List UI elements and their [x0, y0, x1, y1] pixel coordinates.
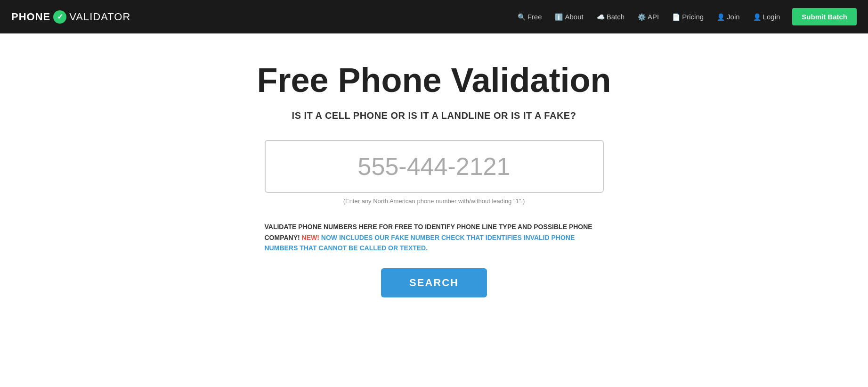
info-icon: ℹ️ [555, 13, 563, 21]
logo-check-icon: ✓ [53, 10, 66, 24]
login-user-icon: 👤 [753, 13, 761, 21]
nav-links: 🔍 Free ℹ️ About ☁️ Batch ⚙️ API 📄 Pricin… [513, 8, 857, 25]
logo: PHONE ✓ VALIDATOR [11, 10, 130, 24]
search-icon: 🔍 [518, 13, 526, 21]
nav-link-batch[interactable]: ☁️ Batch [592, 10, 629, 24]
gear-icon: ⚙️ [638, 13, 646, 21]
phone-input[interactable] [266, 141, 603, 192]
document-icon: 📄 [672, 13, 680, 21]
new-badge: NEW! [302, 234, 319, 241]
phone-input-wrapper [265, 140, 604, 193]
input-hint-text: (Enter any North American phone number w… [343, 198, 525, 205]
search-button[interactable]: SEARCH [381, 268, 487, 297]
description-block: VALIDATE PHONE NUMBERS HERE FOR FREE TO … [265, 222, 604, 253]
cloud-icon: ☁️ [597, 13, 605, 21]
nav-link-pricing[interactable]: 📄 Pricing [667, 10, 708, 24]
logo-validator-text: VALIDATOR [69, 11, 130, 23]
nav-link-free[interactable]: 🔍 Free [513, 10, 547, 24]
page-title: Free Phone Validation [257, 62, 611, 99]
join-user-icon: 👤 [717, 13, 725, 21]
nav-link-join[interactable]: 👤 Join [712, 10, 745, 24]
nav-link-login[interactable]: 👤 Login [748, 10, 785, 24]
page-subtitle: IS IT A CELL PHONE OR IS IT A LANDLINE O… [292, 110, 576, 121]
main-content: Free Phone Validation IS IT A CELL PHONE… [0, 33, 868, 387]
nav-link-api[interactable]: ⚙️ API [633, 10, 664, 24]
navbar: PHONE ✓ VALIDATOR 🔍 Free ℹ️ About ☁️ Bat… [0, 0, 868, 33]
logo-phone-text: PHONE [11, 11, 50, 23]
description-text: VALIDATE PHONE NUMBERS HERE FOR FREE TO … [265, 222, 604, 253]
nav-link-about[interactable]: ℹ️ About [550, 10, 588, 24]
submit-batch-button[interactable]: Submit Batch [792, 8, 857, 25]
